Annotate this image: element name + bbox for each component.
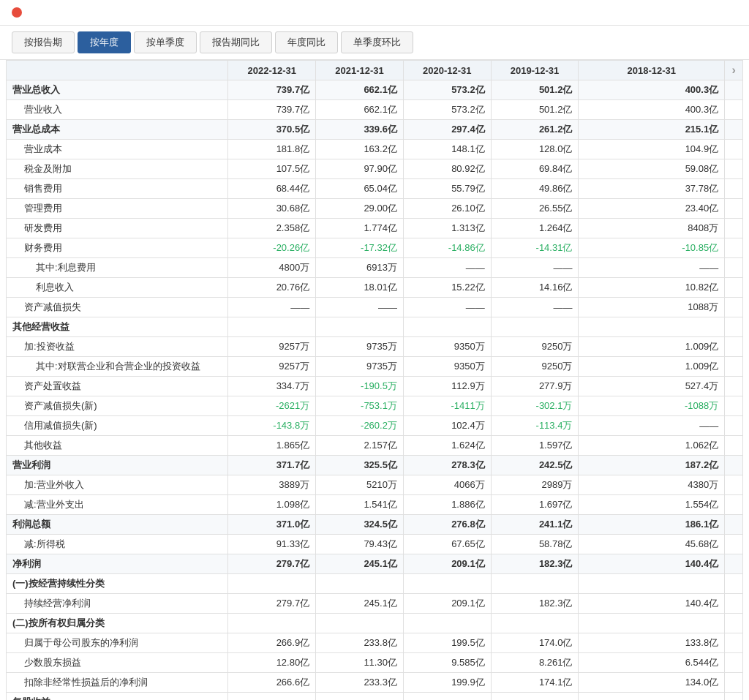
table-row: 减:所得税91.33亿79.43亿67.65亿58.78亿45.68亿 xyxy=(7,535,743,554)
row-value xyxy=(228,614,316,633)
row-value: —— xyxy=(316,298,404,317)
row-value: -113.4万 xyxy=(491,416,579,436)
row-value: 45.68亿 xyxy=(579,535,725,554)
row-value xyxy=(491,614,579,633)
tab-0[interactable]: 按报告期 xyxy=(12,31,75,53)
table-row: 研发费用2.358亿1.774亿1.313亿1.264亿8408万 xyxy=(7,219,743,238)
row-spacer xyxy=(725,535,743,554)
row-label: (一)按经营持续性分类 xyxy=(7,574,228,594)
row-label: 财务费用 xyxy=(7,238,228,258)
table-row: 净利润279.7亿245.1亿209.1亿182.3亿140.4亿 xyxy=(7,554,743,574)
row-label: 管理费用 xyxy=(7,199,228,219)
row-value: 9250万 xyxy=(491,337,579,357)
row-value: 58.78亿 xyxy=(491,535,579,554)
row-value: 26.55亿 xyxy=(491,199,579,219)
row-value xyxy=(579,574,725,594)
col-header-label xyxy=(7,61,228,80)
row-value: 107.5亿 xyxy=(228,159,316,179)
row-value xyxy=(316,693,404,701)
row-value: 400.3亿 xyxy=(579,80,725,100)
row-value xyxy=(403,614,491,633)
row-value: 18.01亿 xyxy=(316,278,404,298)
tab-3[interactable]: 报告期同比 xyxy=(200,31,272,53)
row-value: 12.80亿 xyxy=(228,653,316,673)
row-value: —— xyxy=(491,258,579,278)
row-value: 501.2亿 xyxy=(491,100,579,120)
row-label: 资产处置收益 xyxy=(7,377,228,396)
row-value: 15.22亿 xyxy=(403,278,491,298)
row-value: -302.1万 xyxy=(491,396,579,416)
row-label: 减:营业外支出 xyxy=(7,495,228,515)
row-value: 11.30亿 xyxy=(316,653,404,673)
row-value: 9257万 xyxy=(228,337,316,357)
row-value: 163.2亿 xyxy=(316,140,404,159)
row-value: 2.157亿 xyxy=(316,436,404,456)
header-icon xyxy=(12,7,22,18)
table-row: 营业成本181.8亿163.2亿148.1亿128.0亿104.9亿 xyxy=(7,140,743,159)
row-value: 277.9万 xyxy=(491,377,579,396)
table-row: 税金及附加107.5亿97.90亿80.92亿69.84亿59.08亿 xyxy=(7,159,743,179)
row-value: 128.0亿 xyxy=(491,140,579,159)
row-label: 营业利润 xyxy=(7,456,228,475)
tab-1[interactable]: 按年度 xyxy=(78,31,131,53)
row-value xyxy=(403,693,491,701)
row-value xyxy=(579,693,725,701)
table-body: 营业总收入739.7亿662.1亿573.2亿501.2亿400.3亿营业收入7… xyxy=(7,80,743,701)
row-spacer xyxy=(725,140,743,159)
table-row: 其他经营收益 xyxy=(7,317,743,337)
row-spacer xyxy=(725,495,743,515)
row-label: 净利润 xyxy=(7,554,228,574)
row-value: 739.7亿 xyxy=(228,80,316,100)
row-label: 税金及附加 xyxy=(7,159,228,179)
table-row: 少数股东损益12.80亿11.30亿9.585亿8.261亿6.544亿 xyxy=(7,653,743,673)
row-value: 29.00亿 xyxy=(316,199,404,219)
row-spacer xyxy=(725,693,743,701)
table-row: 营业总成本370.5亿339.6亿297.4亿261.2亿215.1亿 xyxy=(7,120,743,140)
row-spacer xyxy=(725,357,743,377)
row-spacer xyxy=(725,554,743,574)
tab-5[interactable]: 单季度环比 xyxy=(341,31,413,53)
row-value: 9735万 xyxy=(316,337,404,357)
row-value: 9.585亿 xyxy=(403,653,491,673)
table-row: 信用减值损失(新)-143.8万-260.2万102.4万-113.4万—— xyxy=(7,416,743,436)
row-label: 其他收益 xyxy=(7,436,228,456)
row-value: 134.0亿 xyxy=(579,673,725,693)
row-value: 233.3亿 xyxy=(316,673,404,693)
row-spacer xyxy=(725,594,743,614)
row-label: 加:投资收益 xyxy=(7,337,228,357)
row-value: 266.6亿 xyxy=(228,673,316,693)
tab-4[interactable]: 年度同比 xyxy=(275,31,338,53)
row-value: -14.86亿 xyxy=(403,238,491,258)
next-page-button[interactable]: › xyxy=(725,61,743,80)
row-spacer xyxy=(725,633,743,653)
tab-2[interactable]: 按单季度 xyxy=(134,31,197,53)
row-value: 242.5亿 xyxy=(491,456,579,475)
row-label: 减:所得税 xyxy=(7,535,228,554)
row-spacer xyxy=(725,475,743,495)
row-value: 133.8亿 xyxy=(579,633,725,653)
row-spacer xyxy=(725,574,743,594)
table-row: 扣除非经常性损益后的净利润266.6亿233.3亿199.9亿174.1亿134… xyxy=(7,673,743,693)
row-value: 174.0亿 xyxy=(491,633,579,653)
table-row: 减:营业外支出1.098亿1.541亿1.886亿1.697亿1.554亿 xyxy=(7,495,743,515)
row-value: 1.098亿 xyxy=(228,495,316,515)
row-label: 营业收入 xyxy=(7,100,228,120)
row-spacer xyxy=(725,396,743,416)
row-label: 营业总收入 xyxy=(7,80,228,100)
row-value: 4066万 xyxy=(403,475,491,495)
row-value: 10.82亿 xyxy=(579,278,725,298)
row-value: 9257万 xyxy=(228,357,316,377)
table-row: 其中:利息费用4800万6913万—————— xyxy=(7,258,743,278)
row-value: 182.3亿 xyxy=(491,594,579,614)
row-value: —— xyxy=(403,298,491,317)
row-value: 1.774亿 xyxy=(316,219,404,238)
row-value: 371.7亿 xyxy=(228,456,316,475)
table-row: 财务费用-20.26亿-17.32亿-14.86亿-14.31亿-10.85亿 xyxy=(7,238,743,258)
row-value: 68.44亿 xyxy=(228,179,316,199)
row-value: 80.92亿 xyxy=(403,159,491,179)
row-value: 91.33亿 xyxy=(228,535,316,554)
row-value xyxy=(579,614,725,633)
row-value xyxy=(316,317,404,337)
row-value: 3889万 xyxy=(228,475,316,495)
profit-table: 2022-12-31 2021-12-31 2020-12-31 2019-12… xyxy=(6,60,743,700)
